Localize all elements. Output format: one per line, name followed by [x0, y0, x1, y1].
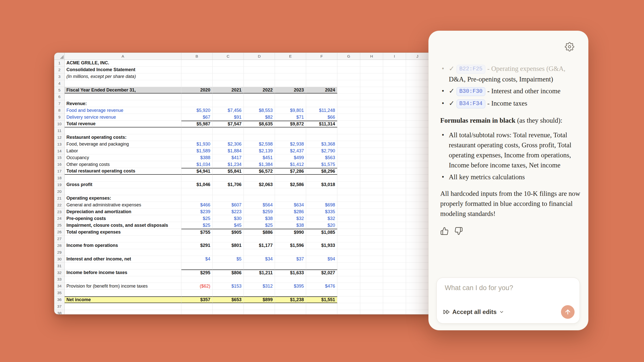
cell-F1[interactable] [306, 60, 337, 67]
cell-I31[interactable] [383, 263, 406, 269]
cell-E1[interactable] [275, 60, 306, 67]
cell-C31[interactable] [213, 263, 244, 269]
row-header-2[interactable]: 2 [54, 67, 65, 73]
cell-G18[interactable] [337, 175, 360, 182]
row-header-16[interactable]: 16 [54, 161, 65, 168]
cell-I25[interactable] [383, 222, 406, 229]
cell-B25[interactable]: $25 [181, 222, 213, 229]
cell-I9[interactable] [383, 114, 406, 121]
cell-range-chip[interactable]: B34:F34 [457, 100, 485, 108]
cell-J26[interactable] [406, 229, 429, 236]
cell-G27[interactable] [337, 236, 360, 242]
row-header-4[interactable]: 4 [54, 80, 65, 87]
cell-G25[interactable] [337, 222, 360, 229]
cell-D27[interactable] [244, 236, 275, 242]
cell-E20[interactable] [275, 188, 306, 195]
cell-I21[interactable] [383, 195, 406, 202]
cell-A23[interactable]: Depreciation and amortization [65, 209, 181, 215]
cell-C20[interactable] [213, 188, 244, 195]
cell-F20[interactable] [306, 188, 337, 195]
cell-F22[interactable]: $698 [306, 202, 337, 209]
cell-A19[interactable]: Gross profit [65, 182, 181, 188]
cell-B8[interactable]: $5,920 [181, 107, 213, 114]
column-header-J[interactable]: J [406, 53, 429, 60]
cell-I27[interactable] [383, 236, 406, 242]
cell-I3[interactable] [383, 73, 406, 80]
cell-C16[interactable]: $1,234 [213, 161, 244, 168]
cell-H9[interactable] [360, 114, 383, 121]
cell-H26[interactable] [360, 229, 383, 236]
row-header-14[interactable]: 14 [54, 148, 65, 155]
row-header-3[interactable]: 3 [54, 73, 65, 80]
cell-F8[interactable]: $11,248 [306, 107, 337, 114]
cell-E29[interactable] [275, 249, 306, 256]
cell-C3[interactable] [213, 73, 244, 80]
column-header-D[interactable]: D [244, 53, 275, 60]
cell-F3[interactable] [306, 73, 337, 80]
cell-I18[interactable] [383, 175, 406, 182]
cell-C11[interactable] [213, 127, 244, 134]
row-header-29[interactable]: 29 [54, 249, 65, 256]
cell-H16[interactable] [360, 161, 383, 168]
cell-F34[interactable]: $476 [306, 283, 337, 290]
cell-D9[interactable]: $82 [244, 114, 275, 121]
cell-C28[interactable]: $801 [213, 242, 244, 249]
cell-F7[interactable] [306, 100, 337, 107]
row-header-28[interactable]: 28 [54, 242, 65, 249]
cell-G17[interactable] [337, 168, 360, 175]
cell-G29[interactable] [337, 249, 360, 256]
row-header-5[interactable]: 5 [54, 87, 65, 94]
cell-C8[interactable]: $7,456 [213, 107, 244, 114]
cell-B33[interactable] [181, 276, 213, 283]
cell-D26[interactable]: $886 [244, 229, 275, 236]
cell-H30[interactable] [360, 256, 383, 263]
cell-E31[interactable] [275, 263, 306, 269]
cell-I6[interactable] [383, 94, 406, 100]
cell-C34[interactable]: $153 [213, 283, 244, 290]
cell-A5[interactable]: Fiscal Year Ended December 31, [65, 87, 181, 94]
row-header-37[interactable]: 37 [54, 303, 65, 310]
cell-H4[interactable] [360, 80, 383, 87]
cell-C24[interactable]: $30 [213, 215, 244, 222]
cell-E22[interactable]: $634 [275, 202, 306, 209]
cell-E16[interactable]: $1,412 [275, 161, 306, 168]
cell-D7[interactable] [244, 100, 275, 107]
cell-D14[interactable]: $2,139 [244, 148, 275, 155]
cell-D8[interactable]: $8,553 [244, 107, 275, 114]
cell-B7[interactable] [181, 100, 213, 107]
row-header-34[interactable]: 34 [54, 283, 65, 290]
row-header-17[interactable]: 17 [54, 168, 65, 175]
cell-D3[interactable] [244, 73, 275, 80]
cell-G13[interactable] [337, 141, 360, 148]
cell-H12[interactable] [360, 134, 383, 141]
cell-C19[interactable]: $1,706 [213, 182, 244, 188]
cell-D29[interactable] [244, 249, 275, 256]
cell-I35[interactable] [383, 290, 406, 296]
cell-H32[interactable] [360, 269, 383, 276]
cell-F9[interactable]: $66 [306, 114, 337, 121]
cell-I13[interactable] [383, 141, 406, 148]
cell-B16[interactable]: $1,034 [181, 161, 213, 168]
cell-I22[interactable] [383, 202, 406, 209]
cell-J20[interactable] [406, 188, 429, 195]
cell-H2[interactable] [360, 67, 383, 73]
row-header-38[interactable]: 38 [54, 310, 65, 314]
cell-D16[interactable]: $1,384 [244, 161, 275, 168]
cell-B37[interactable] [181, 303, 213, 310]
row-header-19[interactable]: 19 [54, 182, 65, 188]
cell-F32[interactable]: $2,027 [306, 269, 337, 276]
cell-C4[interactable] [213, 80, 244, 87]
cell-J1[interactable] [406, 60, 429, 67]
cell-I19[interactable] [383, 182, 406, 188]
cell-J27[interactable] [406, 236, 429, 242]
cell-I33[interactable] [383, 276, 406, 283]
cell-F24[interactable]: $32 [306, 215, 337, 222]
row-header-23[interactable]: 23 [54, 209, 65, 215]
cell-F37[interactable] [306, 303, 337, 310]
cell-A20[interactable] [65, 188, 181, 195]
cell-I15[interactable] [383, 154, 406, 161]
cell-C35[interactable] [213, 290, 244, 296]
cell-G7[interactable] [337, 100, 360, 107]
cell-C37[interactable] [213, 303, 244, 310]
column-header-E[interactable]: E [275, 53, 306, 60]
